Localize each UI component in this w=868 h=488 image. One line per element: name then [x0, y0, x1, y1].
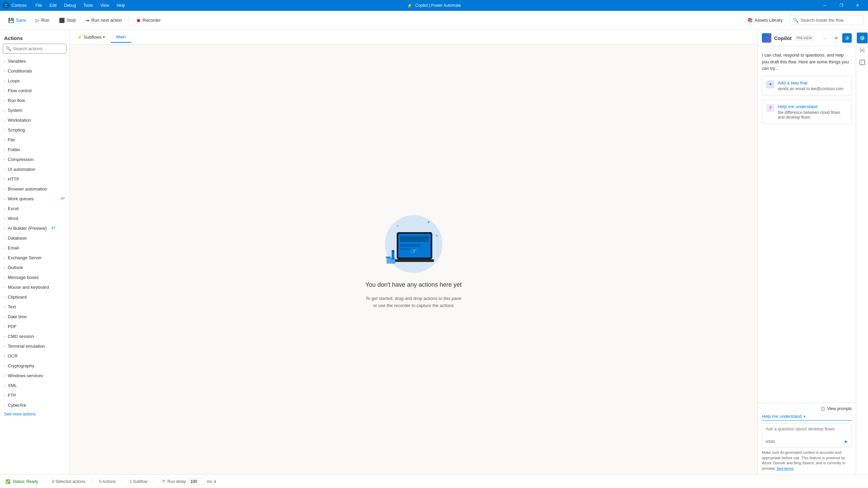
action-system[interactable]: › System: [0, 105, 69, 115]
action-run-flow[interactable]: › Run flow: [0, 96, 69, 105]
chevron-icon: ›: [4, 266, 5, 269]
action-exchange-server[interactable]: › Exchange Server: [0, 253, 69, 263]
copilot-chat-input[interactable]: [766, 426, 848, 436]
empty-state-illustration: + + + · ☞: [376, 210, 451, 274]
assets-library-button[interactable]: 📚 Assets Library: [743, 16, 787, 25]
variables-icon-button[interactable]: {x}: [857, 45, 868, 56]
premium-icon: 💎: [51, 226, 56, 230]
chevron-icon: ›: [4, 345, 5, 348]
actions-search-container[interactable]: 🔍: [3, 44, 66, 54]
svg-text:{x}: {x}: [860, 48, 865, 53]
action-email[interactable]: › Email: [0, 243, 69, 253]
action-excel[interactable]: › Excel: [0, 204, 69, 214]
run-delay-input[interactable]: [188, 478, 205, 485]
action-scripting[interactable]: › Scripting: [0, 125, 69, 135]
view-prompts-button[interactable]: 📋 View prompts: [762, 406, 852, 411]
menu-file[interactable]: File: [32, 2, 45, 9]
action-terminal-emulation[interactable]: › Terminal emulation: [0, 341, 69, 351]
action-ai-builder[interactable]: › AI Builder (Preview) 💎: [0, 223, 69, 233]
recorder-button[interactable]: ⏺ Recorder: [132, 16, 165, 25]
minimize-button[interactable]: ─: [817, 0, 833, 11]
action-file[interactable]: › File: [0, 135, 69, 145]
status-ready: ✅ Status: Ready: [5, 479, 38, 484]
chevron-icon: ›: [4, 89, 5, 93]
chevron-icon: ›: [4, 374, 5, 378]
run-button[interactable]: ▷ Run: [32, 16, 54, 25]
menu-view[interactable]: View: [97, 2, 113, 9]
action-conditionals[interactable]: › Conditionals: [0, 66, 69, 76]
action-database[interactable]: › Database: [0, 233, 69, 243]
char-counter: 0/500: [766, 440, 775, 444]
copilot-active-button[interactable]: ⚡: [842, 33, 852, 43]
svg-text:+: +: [427, 219, 430, 225]
search-flow-container[interactable]: 🔍 Search inside the flow: [789, 15, 864, 25]
action-cryptography[interactable]: › Cryptography: [0, 361, 69, 371]
action-label: Browser automation: [8, 186, 47, 191]
main-layout: Actions 🔍 › Variables › Conditionals › L…: [0, 30, 868, 474]
send-button[interactable]: ➤: [844, 439, 848, 444]
action-message-boxes[interactable]: › Message boxes: [0, 272, 69, 282]
see-terms-link[interactable]: See terms: [776, 466, 793, 470]
action-workstation[interactable]: › Workstation: [0, 115, 69, 125]
copilot-input-area[interactable]: 0/500 ➤: [762, 423, 852, 447]
action-ftp[interactable]: › FTP: [0, 390, 69, 400]
action-compression[interactable]: › Compression: [0, 155, 69, 164]
chevron-icon: ›: [4, 187, 5, 191]
action-windows-services[interactable]: › Windows services: [0, 371, 69, 381]
action-label: Excel: [8, 206, 19, 211]
svg-rect-5: [395, 259, 434, 262]
copilot-suggestion-add-step[interactable]: ✦ Add a step that sends an email to lee@…: [762, 76, 852, 96]
action-xml[interactable]: › XML: [0, 381, 69, 390]
svg-rect-22: [860, 60, 865, 65]
errors-icon-button[interactable]: !: [857, 57, 868, 68]
menu-debug[interactable]: Debug: [61, 2, 79, 9]
copilot-suggestion-help-understand[interactable]: ? Help me understand the difference betw…: [762, 100, 852, 124]
subflows-button[interactable]: ⚡ Subflows ▾: [74, 33, 108, 42]
recorder-icon: ⏺: [136, 18, 141, 23]
menu-tools[interactable]: Tools: [80, 2, 96, 9]
chevron-icon: ›: [4, 354, 5, 358]
action-loops[interactable]: › Loops: [0, 76, 69, 86]
action-date-time[interactable]: › Date time: [0, 312, 69, 322]
restore-button[interactable]: ❐: [833, 0, 849, 11]
action-label: HTTP: [8, 177, 19, 182]
save-button[interactable]: 💾 Save: [4, 16, 30, 25]
main-tab[interactable]: Main: [111, 32, 131, 43]
status-separator: [45, 479, 45, 484]
action-label: Work queues: [8, 196, 34, 201]
right-icon-bar: ⚡ {x} !: [856, 30, 868, 474]
chevron-icon: ›: [4, 119, 5, 122]
close-button[interactable]: ✕: [850, 0, 865, 11]
action-cyberark[interactable]: › CyberArk: [0, 400, 69, 410]
action-http[interactable]: › HTTP: [0, 174, 69, 184]
action-pdf[interactable]: › PDF: [0, 322, 69, 331]
menu-help[interactable]: Help: [113, 2, 129, 9]
search-input[interactable]: [13, 46, 63, 51]
copilot-close-button[interactable]: ✕: [831, 33, 841, 43]
svg-text:+: +: [397, 224, 399, 228]
copilot-more-button[interactable]: ···: [821, 33, 830, 43]
run-next-action-button[interactable]: ⇥ Run next action: [81, 16, 126, 25]
action-cmd-session[interactable]: › CMD session: [0, 331, 69, 341]
action-work-queues[interactable]: › Work queues 💎: [0, 194, 69, 204]
action-outlook[interactable]: › Outlook: [0, 263, 69, 272]
see-more-actions-link[interactable]: See more actions: [0, 409, 40, 419]
toolbar-separator: [129, 16, 129, 24]
menu-edit[interactable]: Edit: [46, 2, 60, 9]
copilot-icon-button[interactable]: ⚡: [857, 33, 868, 43]
chevron-icon: ›: [4, 207, 5, 210]
assets-icon: 📚: [747, 18, 753, 23]
action-text[interactable]: › Text: [0, 302, 69, 312]
action-word[interactable]: › Word: [0, 214, 69, 223]
stop-button[interactable]: ⬛ Stop: [55, 16, 80, 25]
action-variables[interactable]: › Variables: [0, 56, 69, 66]
subflows-icon: ⚡: [77, 35, 82, 40]
action-folder[interactable]: › Folder: [0, 145, 69, 155]
action-label: Loops: [8, 78, 20, 83]
action-flow-control[interactable]: › Flow control: [0, 86, 69, 96]
action-ui-automation[interactable]: › UI automation: [0, 164, 69, 174]
action-browser-automation[interactable]: › Browser automation: [0, 184, 69, 194]
action-ocr[interactable]: › OCR: [0, 351, 69, 361]
action-mouse-keyboard[interactable]: › Mouse and keyboard: [0, 282, 69, 292]
action-clipboard[interactable]: › Clipboard: [0, 292, 69, 302]
